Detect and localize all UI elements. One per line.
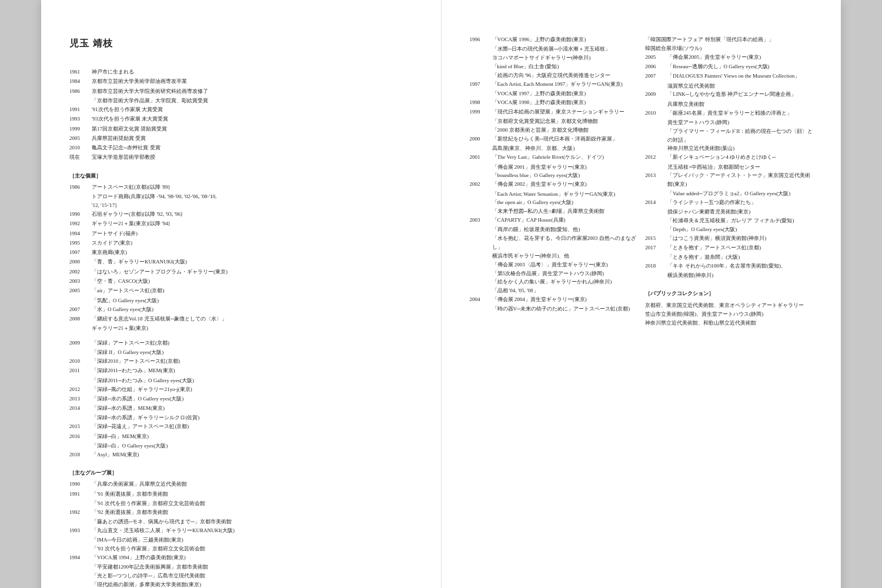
group-entry: 2017「ときを抱す」アートスペース虹(京都) [645, 243, 813, 252]
solo-entry: 2010「深緑2010」アートスペース虹(京都) [69, 357, 413, 366]
public-collection: 笠山市立美術館(韓国)、資生堂アートハウス(静岡) [645, 310, 813, 319]
group-entry: 1990「兵庫の美術家展」兵庫県立近代美術館 [69, 480, 413, 489]
lower-section: 2009「深緑」アートスペース虹(京都) 「深緑 II」O Gallery ey… [69, 339, 413, 588]
group-entry: 損保ジャパン東郷青児美術館(東京) [667, 208, 813, 216]
group-entry: 「光と影─つつしの詩学─」広島市立現代美術館 [92, 572, 413, 580]
group-entry: 「ときを抱す」遊糸間」(大阪) [667, 253, 813, 262]
right-col1: 1996「VOCA展 1996」上野の森美術館(東京) 「水際─日本の現代美術展… [470, 35, 637, 328]
solo-section: ［主な個展］ 1986アートスペース虹(京都)[以降 '89] トアロード画廊(… [69, 172, 413, 333]
solo-entry: '12, '15-'17] [92, 201, 413, 210]
group-entry: 「水際─日本の現代美術展─小清水漸＋児玉靖枝」 [492, 45, 637, 54]
group-entry: 2015「はつこう資美術」横須賀美術館(神奈川) [645, 234, 813, 243]
bio-entry: 1991'91次代を担う作家展 大賞受賞 [69, 105, 413, 114]
group-entry: 2010「銀座245名展」資生堂ギャラリーと戦後の洋画と」 [645, 109, 813, 118]
bio-entry: 1986京都市立芸術大学大学院美術研究科絵画専攻修了 [69, 87, 413, 96]
group-entry: 韓国総合展示場(ソウル) [645, 44, 813, 53]
group-entry: 「未来予想図─私の人生○劇場」兵庫県立美術館 [492, 207, 637, 216]
group-entry: 「絵画の方向 '96」大阪府立現代美術推進センター [492, 71, 637, 80]
group-entry: 2013「プレイバック・アーティスト・トーク」東京国立近代美術館(東京) [645, 171, 813, 189]
group-entry: 「Depth」O Gallery eyes(大阪) [667, 225, 813, 234]
solo-entry: 「深緑2011─わたつみ」O Gallery eyes(大阪) [92, 376, 413, 385]
public-collection: 神奈川県立近代美術館、和歌山県立近代美術館 [645, 319, 813, 328]
group-entry: 「韓国国際アートフェア 特別展「現代日本の絵画」」 [645, 35, 813, 44]
solo-continued: 2009「深緑」アートスペース虹(京都) 「深緑 II」O Gallery ey… [69, 339, 413, 588]
group-entry: 1998「VOCA展 1998」上野の森美術館(東京) [470, 98, 637, 107]
group-entry: 「Each Artist; Water Sensation」ギャラリーGAN(東… [492, 190, 637, 199]
group-entry: 2009「LINK─しなやかな造形 神戸ビエンナーレ関連企画」 [645, 90, 813, 99]
group-entry: 2018「キネ それからの100年」名古屋市美術館(愛知)、 [645, 262, 813, 270]
group-entry: 2005「傳会展2005」資生堂ギャラリー(東京) [645, 53, 813, 62]
group-entry: 児玉靖枝×中西祐治」京都新聞センター [667, 163, 813, 172]
group-entry: 「平安建都1200年記念美術振興展」京都市美術館 [92, 563, 413, 572]
group-entry: 資生堂アートハウス(静岡) [667, 118, 813, 127]
right-col2: 「韓国国際アートフェア 特別展「現代日本の絵画」」 韓国総合展示場(ソウル) 2… [645, 35, 813, 328]
group-section-title: ［主なグループ展］ [69, 469, 413, 477]
group-entry: 1992「'92 美術選抜展」京都市美術館 [69, 508, 413, 517]
solo-entry: 1992ギャラリー21＋葉(東京)[以降 '94] [69, 219, 413, 228]
bio-section: 1961神戸市に生まれる 1984京都市立芸術大学美術学部油画専攻卒業 1986… [69, 68, 413, 162]
group-entry: 「時の器V─未来の幼子のために」アートスペース虹(京都) [492, 305, 637, 313]
group-entry: 1999「現代日本絵画の展望展」東京ステーションギャラリー [470, 108, 637, 116]
group-entry: 兵庫県立美術館 [667, 100, 813, 109]
solo-entry: 2007「水」O Gallery eyes(大阪) [69, 305, 413, 314]
group-entry: 「プライマリー・フィールドII：絵画の現在─七つの〈顔〉との対話」 [667, 127, 813, 145]
group-entry: 「傳会展 2001」資生堂ギャラリー(東京) [492, 163, 637, 172]
group-entry: 2001「The Very Last」Gabriele Rivet(ケルン、ドイ… [470, 153, 637, 162]
solo-entry: ギャラリー21＋葉(東京) [92, 324, 413, 333]
bio-entry: 現在宝塚大学造形芸術学部教授 [69, 153, 413, 162]
solo-entry: 1986アートスペース虹(京都)[以降 '89] [69, 183, 413, 192]
solo-entry: 2013「深緑─水の系譜」O Gallery eyes(大阪) [69, 395, 413, 403]
bio-entry: 「京都市芸術大学作品展」大学院賞、彫絵賞受賞 [92, 96, 413, 105]
book-spread: 児玉 靖枝 1961神戸市に生まれる 1984京都市立芸術大学美術学部油画専攻卒… [41, 0, 841, 588]
group-entry: 2014「ライシテット─五つ庭の作家たち」 [645, 198, 813, 207]
public-collection: 京都府、東京国立近代美術館、東京オペラシティアートギャラリー [645, 301, 813, 310]
group-entry: 「現代絵画の新潮」多摩美術大学美術館(東京) [92, 580, 413, 588]
solo-entry: 2014「深緑─水の系譜」MEM(東京) [69, 404, 413, 413]
artist-name: 児玉 靖枝 [69, 35, 413, 51]
solo-entry: 2008「継続する意志Vol.18 児玉靖枝展─象徴としての〈水〉」 [69, 315, 413, 323]
bio-entry: 1984京都市立芸術大学美術学部油画専攻卒業 [69, 77, 413, 86]
public-section-title: ［パブリックコレクション］ [645, 289, 813, 298]
bio-entry: 1961神戸市に生まれる [69, 68, 413, 76]
group-entry: 「藤あとの誘惑─モネ、病風から現代まで─」京都市美術館 [92, 517, 413, 526]
solo-section-title: ［主な個展］ [69, 172, 413, 181]
group-entry: 1997「Each Artist, Each Moment 1997」ギャラリー… [470, 80, 637, 89]
left-page: 児玉 靖枝 1961神戸市に生まれる 1984京都市立芸術大学美術学部油画専攻卒… [41, 0, 442, 588]
solo-entry: 2011「深緑2011─わたつみ」MEM(東京) [69, 366, 413, 375]
group-entry: 1993「丸山直文・児玉靖枝二人展」ギャラリーKURANUKI(大阪) [69, 526, 413, 535]
group-entry: 「kind of Blue」白土舎(愛知) [492, 62, 637, 71]
group-entry: 「絵をかく人の集い展」ギャラリーかれん(神奈川) [492, 278, 637, 286]
group-entry: 「松浦尋夫＆児玉靖枝展」ガレリア フィナルテ(愛知) [667, 216, 813, 225]
group-entry: 2003「CAPARTY」CAP House(兵庫) [470, 216, 637, 225]
right-page: 1996「VOCA展 1996」上野の森美術館(東京) 「水際─日本の現代美術展… [442, 0, 841, 588]
bio-entry: 2010亀高文子記念─赤艸社賞 受賞 [69, 143, 413, 152]
group-entry: 2002「傳会展 2002」資生堂ギャラリー(東京) [470, 180, 637, 189]
solo-entry: 「深緑─水の系譜」ギャラリーシルクロ(佐賀) [92, 413, 413, 422]
group-entry: ヨコハマポートサイドギャラリー(神奈川) [492, 54, 637, 62]
solo-entry: 「深緑─白」O Gallery eyes(大阪) [92, 442, 413, 450]
group-entry: 2006「Reseau─透層の先し」O Gallery eyes(大阪) [645, 62, 813, 71]
solo-entry: 2009「深緑」アートスペース虹(京都) [69, 339, 413, 348]
group-entry: 「傳会展 2003〈品考〉」資生堂ギャラリー(東京) [492, 260, 637, 269]
group-entry: 「第5次椿合作品展」資生堂アートハウス(静岡) [492, 269, 637, 278]
solo-entry: 2003「空・青」CASCO(大阪) [69, 277, 413, 286]
solo-entry: 「深緑 II」O Gallery eyes(大阪) [92, 348, 413, 357]
group-entry: 「'93 次代を担う作家展」京都府立文化芸術会館 [92, 544, 413, 553]
group-entry: 神奈川県立近代美術館(葉山) [667, 144, 813, 153]
solo-entry: 「気配」O Gallery eyes(大阪) [92, 296, 413, 305]
group-entry: 「品相 '04, '05, '08」 [492, 286, 637, 295]
group-entry: 「VOCA展 1997」上野の森美術館(東京) [492, 89, 637, 98]
bio-entry: 2005兵庫県芸術奨励賞 受賞 [69, 134, 413, 143]
solo-entry: 1990石垣ギャラリー(京都)[以降 '92, '93, '96] [69, 210, 413, 219]
group-entry: 1996「VOCA展 1996」上野の森美術館(東京) [470, 35, 637, 44]
group-entry: 「IMA─今日の絵画」三越美術館(東京) [92, 536, 413, 544]
solo-entry: 1994アートサイド(福井) [69, 229, 413, 238]
right-content: 1996「VOCA展 1996」上野の森美術館(東京) 「水際─日本の現代美術展… [470, 35, 813, 328]
group-entry: 2000「新世紀をひらく美─現代日本画・洋画新鋭作家展」 [470, 135, 637, 143]
group-entry: 「両岸の眼」松坂屋美術館(愛知、他) [492, 225, 637, 234]
bio-entry: 1993'93次代を担う作家展 未大賞受賞 [69, 115, 413, 123]
group-entry: 1994「VOCA展 1994」上野の森美術館(東京) [69, 553, 413, 562]
group-entry: 2012「新インキュベーション4 ゆりめきとけゆく─ [645, 153, 813, 162]
group-entry: 「水を抱む、花を芽する。今日の作家展2003 自然へのまなざし」 [492, 234, 637, 252]
solo-entry: 1997東京画廊(東京) [69, 248, 413, 257]
